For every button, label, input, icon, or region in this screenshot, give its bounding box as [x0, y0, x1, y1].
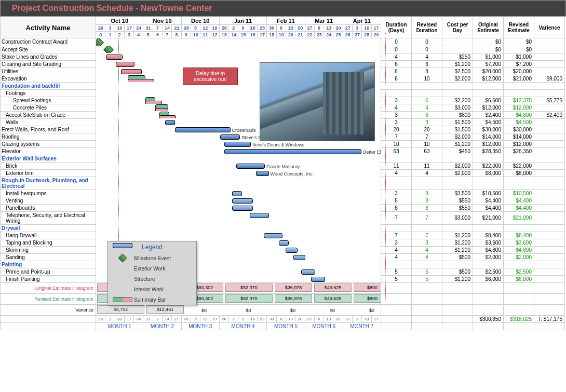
task-name: Walls — [1, 118, 96, 126]
num-cell: $21,000 — [504, 75, 534, 82]
num-cell — [442, 46, 473, 53]
task-name: Utilities — [1, 67, 96, 75]
num-cell: $550 — [442, 204, 473, 211]
num-cell: $10,500 — [504, 190, 534, 197]
hist-bar: $82,370 — [225, 283, 273, 292]
task-name: Clearing and Site Grading — [1, 60, 96, 67]
num-cell: 4 — [412, 169, 442, 177]
task-row: Construction Contract Award00$0$0 — [1, 38, 565, 46]
date-bot: 21 — [295, 32, 305, 38]
num-cell — [381, 89, 412, 97]
date-bot: 28 — [362, 32, 371, 38]
task-name: Foundation and backfill — [1, 82, 96, 89]
hist-bar: $49,625 — [314, 294, 352, 303]
num-cell — [381, 177, 412, 190]
num-cell — [473, 261, 504, 268]
date-top: 5 — [191, 25, 200, 32]
total-cell — [442, 316, 473, 323]
footer-date: 26 — [96, 316, 105, 323]
footer-month: MONTH 6 — [305, 323, 343, 330]
num-cell: 5 — [381, 275, 412, 283]
month-oct: Oct 10 — [96, 17, 143, 25]
date-top: 13 — [324, 25, 333, 32]
num-cell — [504, 224, 534, 232]
num-cell: 63 — [381, 147, 412, 155]
num-cell: $2,000 — [442, 169, 473, 177]
hist-bar: $0 — [275, 310, 311, 311]
gantt-bar: Goode Masonry — [236, 164, 265, 169]
footer-date: 20 — [333, 316, 343, 323]
num-cell — [442, 89, 473, 97]
num-cell: $14,000 — [473, 133, 504, 140]
task-name: Painting — [1, 261, 96, 268]
num-cell: $2,000 — [504, 253, 534, 261]
date-top: 26 — [96, 25, 105, 32]
num-cell: 5 — [412, 268, 442, 275]
num-cell: $12,000 — [473, 75, 504, 82]
task-row: Glazing systemsIlene's Doors & Windows10… — [1, 140, 565, 147]
task-name: Rough-in Ductwork, Plumbing, and Electri… — [1, 177, 96, 190]
num-cell: $7,200 — [504, 60, 534, 67]
num-cell: $6,600 — [473, 97, 504, 104]
num-cell — [534, 197, 565, 204]
task-name: Taping and Blocking — [1, 239, 96, 246]
num-cell — [381, 261, 412, 268]
date-bot: 7 — [163, 32, 172, 38]
num-cell — [412, 177, 442, 190]
col-origest: Original Estimate — [473, 17, 504, 38]
task-name: Drywall — [1, 224, 96, 232]
num-cell — [412, 89, 442, 97]
num-cell — [442, 177, 473, 190]
gantt-bar — [232, 198, 253, 204]
num-cell: $500 — [442, 268, 473, 275]
date-top: 10 — [362, 25, 371, 32]
task-row: Stake Lines and Grades44$250$1,000$1,000 — [1, 53, 565, 60]
num-cell — [473, 82, 504, 89]
task-name: Sanding — [1, 253, 96, 261]
num-cell — [534, 253, 565, 261]
footer-date: 27 — [343, 316, 352, 323]
date-top: 13 — [286, 25, 295, 32]
footer-date: 10 — [115, 316, 124, 323]
num-cell — [381, 155, 412, 162]
footer-date: 20 — [295, 316, 305, 323]
footer-date: 3 — [105, 316, 115, 323]
gantt-cell: Wood Concepts, Inc. — [96, 169, 381, 177]
date-bot: 18 — [267, 32, 276, 38]
num-cell: $0 — [504, 38, 534, 46]
num-cell — [442, 38, 473, 46]
date-top: 6 — [276, 25, 286, 32]
date-top: 6 — [314, 25, 324, 32]
vendor-label: Wood Concepts, Inc. — [271, 171, 314, 177]
num-cell: 6 — [412, 97, 442, 104]
num-cell: $250 — [442, 53, 473, 60]
gantt-cell — [96, 224, 381, 232]
num-cell: $1,500 — [442, 126, 473, 133]
num-cell: 63 — [412, 147, 442, 155]
date-bot: 25 — [333, 32, 343, 38]
task-row: Hang Drywall77$1,200$8,400$8,400 — [1, 232, 565, 239]
num-cell — [412, 224, 442, 232]
num-cell — [473, 155, 504, 162]
footer-date: 3 — [353, 316, 362, 323]
num-cell: 4 — [412, 53, 442, 60]
gantt-cell — [96, 204, 381, 211]
task-name: Hang Drywall — [1, 232, 96, 239]
num-cell: 3 — [381, 118, 412, 126]
num-cell: $28,350 — [473, 147, 504, 155]
hist-bar: $49,625 — [314, 283, 352, 292]
hist-track: $0$4,714$12,461$0$0$0$0$0 — [96, 305, 381, 316]
task-row: Telephone, Security, and Electrical Wiri… — [1, 211, 565, 224]
date-bot: 26 — [343, 32, 352, 38]
num-cell: $1,200 — [442, 275, 473, 283]
date-bot: 29 — [371, 32, 381, 38]
num-cell: $2,000 — [442, 162, 473, 169]
num-cell — [412, 261, 442, 268]
num-cell: $3,600 — [473, 239, 504, 246]
hist-label: Varience — [1, 305, 96, 316]
footer-date: 5 — [191, 316, 200, 323]
footer-month: MONTH 4 — [219, 323, 266, 330]
num-cell: $30,000 — [473, 126, 504, 133]
gantt-cell: Better Elevators — [96, 147, 381, 155]
num-cell: 3 — [412, 118, 442, 126]
